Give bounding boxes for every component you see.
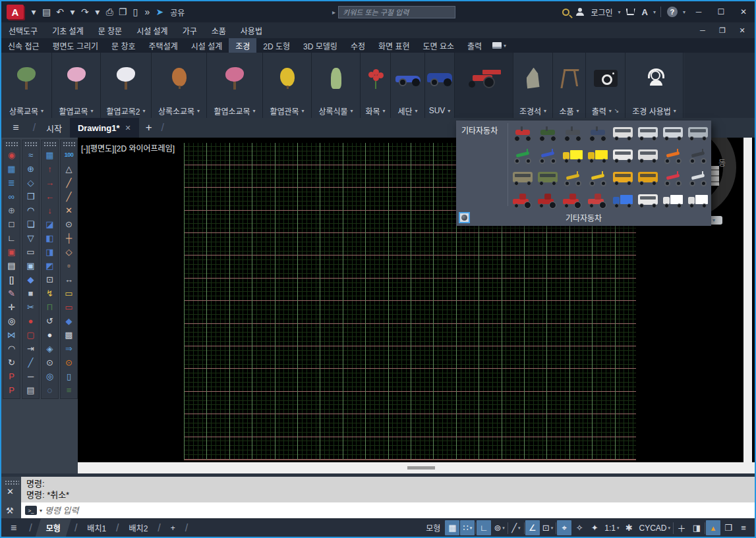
vertical-scrollbar[interactable] (743, 138, 752, 462)
toolbar-grip[interactable] (63, 142, 75, 147)
command-history[interactable]: 명령:명령: *취소* (21, 477, 755, 502)
doc-restore-button[interactable]: ❐ (712, 23, 732, 38)
ribbon-tab[interactable]: 조경 (229, 38, 256, 53)
ribbon-tab[interactable]: 2D 도형 (256, 38, 297, 53)
viewcube-icon[interactable]: ◈ (42, 342, 57, 356)
frame-icon[interactable]: ▤ (23, 383, 38, 397)
forklift-yellow2[interactable] (585, 144, 610, 167)
slab-icon[interactable]: ▭ (23, 245, 38, 259)
cube-icon[interactable]: ■ (23, 286, 38, 300)
login-caret[interactable]: ▾ (616, 9, 623, 15)
fittings-icon[interactable]: ⊕ (4, 203, 19, 217)
endpoint-icon[interactable]: ╱ (61, 176, 76, 190)
humvee-camo[interactable] (535, 167, 560, 189)
tiller-blue[interactable] (535, 144, 560, 167)
panel-thumbnail[interactable] (455, 53, 513, 103)
capture-icon[interactable]: ⊙ (61, 356, 76, 369)
ribbon-tab[interactable]: 출력 (461, 38, 488, 53)
golfcart-white2[interactable] (635, 144, 660, 167)
layout-tab[interactable]: + (164, 522, 182, 535)
panel-a-icon[interactable]: ◧ (42, 231, 57, 245)
spline-icon[interactable]: ≈ (23, 148, 38, 162)
select-icon[interactable]: ▢ (23, 328, 38, 342)
dim-linear-icon[interactable]: ↔ (61, 273, 76, 286)
cylinder-icon[interactable]: ◎ (42, 369, 57, 383)
boxtruck-white2[interactable] (685, 189, 711, 211)
window-icon[interactable]: ▦ (4, 162, 19, 176)
mower-black[interactable] (685, 144, 711, 167)
atv-red[interactable] (510, 122, 535, 144)
tractor-darkred[interactable] (535, 189, 560, 211)
font-tool-caret[interactable]: ▾ (651, 9, 658, 15)
font-tool-icon[interactable]: A (639, 3, 651, 20)
undo-button[interactable]: ↶ (53, 4, 67, 20)
layout-tab[interactable]: 배치2 (123, 520, 155, 535)
menu-item[interactable]: 기초 설계 (45, 25, 91, 36)
panel-thumbnail[interactable] (553, 53, 585, 103)
mirror-icon[interactable]: ⋈ (4, 328, 19, 342)
jeep-camo[interactable] (510, 167, 535, 189)
menu-item[interactable]: 문 창문 (91, 25, 129, 36)
tiller-green[interactable] (510, 144, 535, 167)
div1[interactable] (475, 522, 476, 534)
panel-dropdown[interactable]: 활엽교목 ▾ (52, 103, 100, 118)
menu-item[interactable]: 소품 (204, 25, 233, 36)
panel-thumbnail[interactable] (1, 53, 51, 103)
document-tab[interactable]: Drawing1* ✕ (70, 118, 139, 138)
viewports-icon[interactable]: ▩ (61, 328, 76, 342)
tractor-red[interactable] (510, 189, 535, 211)
render-icon[interactable]: ◉ (4, 148, 19, 162)
polyline-icon[interactable]: ∟ (4, 231, 19, 245)
ribbon-panel[interactable]: 활엽교목 ▾ (52, 53, 101, 118)
close-button[interactable]: ✕ (732, 3, 755, 21)
ribbon-panel[interactable]: 상록식물 ▾ (312, 53, 361, 118)
panel-dropdown[interactable]: SUV ▾ (425, 103, 454, 118)
statusbar-menu-icon[interactable]: ≡ (1, 522, 26, 534)
menu-item[interactable]: 선택도구 (1, 25, 45, 36)
cone-icon[interactable]: ▽ (23, 231, 38, 245)
new-drawing-button[interactable]: + (139, 118, 159, 138)
midpoint-icon[interactable]: ╱ (61, 190, 76, 203)
xref-icon[interactable]: ◌ (42, 383, 57, 397)
block-down-icon[interactable]: ↓ (42, 203, 57, 217)
snap-marker-toggle[interactable]: ✧ (572, 520, 587, 535)
van-yellow2[interactable] (635, 167, 660, 189)
panel-thumbnail[interactable] (52, 53, 100, 103)
app-logo[interactable]: A (7, 5, 24, 19)
ortho-toggle[interactable]: ∟ (477, 520, 491, 535)
search-expand-icon[interactable]: ▸ (332, 9, 335, 16)
quick-dim-icon[interactable]: ↯ (42, 286, 57, 300)
menu-item[interactable]: 시설 설계 (129, 25, 175, 36)
union-icon[interactable]: ❏ (23, 217, 38, 231)
model-space-label[interactable]: 모형 (422, 520, 444, 535)
command-wrench-icon[interactable]: ⚒ (6, 506, 14, 516)
panel-thumbnail[interactable] (425, 53, 454, 103)
mower-orange[interactable] (660, 144, 685, 167)
motorcycle-dark[interactable] (560, 167, 585, 189)
brackets-icon[interactable]: [] (4, 273, 19, 286)
fullscreen-button[interactable]: ❒ (721, 520, 736, 535)
ribbon-tab[interactable]: 수정 (344, 38, 372, 53)
panel-dropdown[interactable]: 활엽교목2 ▾ (101, 103, 151, 118)
minivan-white[interactable] (635, 189, 660, 211)
clean-screen[interactable]: ▲ (706, 520, 720, 535)
quadrant-icon[interactable]: ◇ (61, 245, 76, 259)
help-icon[interactable]: ? (664, 3, 681, 20)
panel-thumbnail[interactable] (586, 53, 625, 103)
nodes-icon[interactable]: ∞ (4, 190, 19, 203)
layout-tab[interactable]: 모형 (36, 519, 71, 537)
selection-cycling[interactable]: ✦ (587, 520, 602, 535)
rectangle-icon[interactable]: □ (4, 217, 19, 231)
ribbon-panel[interactable] (455, 53, 513, 118)
erase-icon[interactable]: ✎ (4, 286, 19, 300)
boxtruck-white[interactable] (660, 189, 685, 211)
stack-icon[interactable]: ▣ (23, 259, 38, 273)
osnap-tri-icon[interactable]: △ (61, 162, 76, 176)
plot-button[interactable]: ⎙ (103, 4, 116, 20)
perpendicular-icon[interactable]: ┼ (61, 231, 76, 245)
ribbon-panel[interactable]: 소품 ▾ (553, 53, 586, 118)
command-grip[interactable] (5, 480, 19, 485)
ribbon-tab[interactable]: 신속 접근 (1, 38, 46, 53)
ribbon-tab[interactable]: 도면 요소 (416, 38, 461, 53)
login-label[interactable]: 로그인 (587, 3, 616, 20)
